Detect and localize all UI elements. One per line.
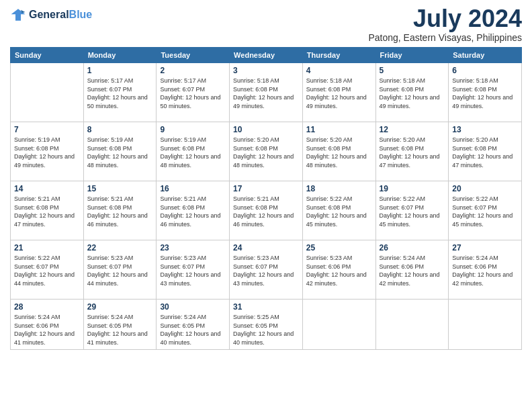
calendar-cell: 16Sunrise: 5:21 AMSunset: 6:08 PMDayligh… — [157, 181, 230, 240]
calendar-cell: 23Sunrise: 5:23 AMSunset: 6:07 PMDayligh… — [157, 240, 230, 300]
calendar-cell: 2Sunrise: 5:17 AMSunset: 6:07 PMDaylight… — [157, 63, 230, 122]
day-number: 31 — [233, 302, 299, 312]
logo: GeneralBlue — [10, 7, 92, 23]
day-number: 8 — [87, 125, 153, 134]
day-number: 5 — [380, 66, 445, 75]
month-title: July 2024 — [368, 7, 522, 31]
day-number: 22 — [87, 243, 153, 253]
day-info: Sunrise: 5:23 AMSunset: 6:06 PMDaylight:… — [306, 254, 372, 287]
day-number: 29 — [87, 302, 153, 312]
header-friday: Friday — [375, 48, 449, 63]
calendar-cell: 19Sunrise: 5:22 AMSunset: 6:07 PMDayligh… — [375, 181, 449, 240]
day-info: Sunrise: 5:21 AMSunset: 6:08 PMDaylight:… — [160, 195, 226, 228]
calendar-cell: 17Sunrise: 5:21 AMSunset: 6:08 PMDayligh… — [230, 181, 303, 240]
day-number: 7 — [14, 125, 80, 134]
day-info: Sunrise: 5:20 AMSunset: 6:08 PMDaylight:… — [452, 136, 518, 169]
calendar-cell — [449, 300, 522, 350]
day-number: 1 — [87, 66, 153, 75]
calendar-cell: 10Sunrise: 5:20 AMSunset: 6:08 PMDayligh… — [230, 122, 303, 181]
day-info: Sunrise: 5:24 AMSunset: 6:06 PMDaylight:… — [14, 313, 80, 347]
calendar-cell: 1Sunrise: 5:17 AMSunset: 6:07 PMDaylight… — [83, 63, 157, 122]
day-number: 25 — [306, 243, 372, 253]
day-info: Sunrise: 5:21 AMSunset: 6:08 PMDaylight:… — [87, 195, 153, 228]
calendar-cell: 29Sunrise: 5:24 AMSunset: 6:05 PMDayligh… — [83, 300, 157, 350]
header-tuesday: Tuesday — [157, 48, 230, 63]
day-info: Sunrise: 5:22 AMSunset: 6:07 PMDaylight:… — [380, 195, 445, 228]
day-info: Sunrise: 5:24 AMSunset: 6:05 PMDaylight:… — [160, 313, 226, 347]
day-info: Sunrise: 5:17 AMSunset: 6:07 PMDaylight:… — [87, 77, 153, 110]
day-info: Sunrise: 5:20 AMSunset: 6:08 PMDaylight:… — [233, 136, 299, 169]
header-sunday: Sunday — [11, 48, 84, 63]
calendar-cell: 15Sunrise: 5:21 AMSunset: 6:08 PMDayligh… — [83, 181, 157, 240]
calendar-cell: 6Sunrise: 5:18 AMSunset: 6:08 PMDaylight… — [449, 63, 522, 122]
day-number: 6 — [452, 66, 518, 75]
day-info: Sunrise: 5:19 AMSunset: 6:08 PMDaylight:… — [87, 136, 153, 169]
week-row-4: 21Sunrise: 5:22 AMSunset: 6:07 PMDayligh… — [11, 240, 522, 300]
day-number: 9 — [160, 125, 226, 134]
day-number: 21 — [14, 243, 80, 253]
calendar-cell: 27Sunrise: 5:24 AMSunset: 6:06 PMDayligh… — [449, 240, 522, 300]
calendar-cell: 22Sunrise: 5:23 AMSunset: 6:07 PMDayligh… — [83, 240, 157, 300]
day-info: Sunrise: 5:25 AMSunset: 6:05 PMDaylight:… — [233, 313, 299, 347]
day-number: 15 — [87, 184, 153, 193]
day-number: 19 — [380, 184, 445, 193]
day-info: Sunrise: 5:17 AMSunset: 6:07 PMDaylight:… — [160, 77, 226, 110]
header-saturday: Saturday — [449, 48, 522, 63]
calendar-cell — [302, 300, 375, 350]
day-info: Sunrise: 5:19 AMSunset: 6:08 PMDaylight:… — [160, 136, 226, 169]
day-info: Sunrise: 5:24 AMSunset: 6:06 PMDaylight:… — [380, 254, 445, 287]
day-info: Sunrise: 5:22 AMSunset: 6:07 PMDaylight:… — [452, 195, 518, 228]
calendar-cell: 21Sunrise: 5:22 AMSunset: 6:07 PMDayligh… — [11, 240, 84, 300]
calendar-cell: 26Sunrise: 5:24 AMSunset: 6:06 PMDayligh… — [375, 240, 449, 300]
day-number: 20 — [452, 184, 518, 193]
calendar-cell: 3Sunrise: 5:18 AMSunset: 6:08 PMDaylight… — [230, 63, 303, 122]
calendar-table: Sunday Monday Tuesday Wednesday Thursday… — [10, 47, 522, 350]
day-number: 28 — [14, 302, 80, 312]
svg-marker-0 — [11, 9, 26, 21]
week-row-3: 14Sunrise: 5:21 AMSunset: 6:08 PMDayligh… — [11, 181, 522, 240]
calendar-cell — [11, 63, 84, 122]
week-row-5: 28Sunrise: 5:24 AMSunset: 6:06 PMDayligh… — [11, 300, 522, 350]
day-info: Sunrise: 5:18 AMSunset: 6:08 PMDaylight:… — [233, 77, 299, 110]
calendar-cell: 12Sunrise: 5:20 AMSunset: 6:08 PMDayligh… — [375, 122, 449, 181]
day-info: Sunrise: 5:23 AMSunset: 6:07 PMDaylight:… — [233, 254, 299, 287]
day-number: 18 — [306, 184, 372, 193]
week-row-1: 1Sunrise: 5:17 AMSunset: 6:07 PMDaylight… — [11, 63, 522, 122]
day-info: Sunrise: 5:22 AMSunset: 6:07 PMDaylight:… — [14, 254, 80, 287]
day-number: 4 — [306, 66, 372, 75]
weekday-header-row: Sunday Monday Tuesday Wednesday Thursday… — [11, 48, 522, 63]
day-number: 12 — [380, 125, 445, 134]
week-row-2: 7Sunrise: 5:19 AMSunset: 6:08 PMDaylight… — [11, 122, 522, 181]
day-info: Sunrise: 5:23 AMSunset: 6:07 PMDaylight:… — [160, 254, 226, 287]
calendar-cell: 7Sunrise: 5:19 AMSunset: 6:08 PMDaylight… — [11, 122, 84, 181]
calendar-cell — [375, 300, 449, 350]
day-number: 23 — [160, 243, 226, 253]
header-monday: Monday — [83, 48, 157, 63]
day-info: Sunrise: 5:18 AMSunset: 6:08 PMDaylight:… — [380, 77, 445, 110]
day-number: 16 — [160, 184, 226, 193]
day-number: 14 — [14, 184, 80, 193]
calendar-cell: 4Sunrise: 5:18 AMSunset: 6:08 PMDaylight… — [302, 63, 375, 122]
day-number: 13 — [452, 125, 518, 134]
logo-text: GeneralBlue — [29, 9, 92, 21]
calendar-cell: 24Sunrise: 5:23 AMSunset: 6:07 PMDayligh… — [230, 240, 303, 300]
calendar-cell: 31Sunrise: 5:25 AMSunset: 6:05 PMDayligh… — [230, 300, 303, 350]
day-number: 17 — [233, 184, 299, 193]
day-number: 24 — [233, 243, 299, 253]
calendar-cell: 8Sunrise: 5:19 AMSunset: 6:08 PMDaylight… — [83, 122, 157, 181]
location: Patong, Eastern Visayas, Philippines — [368, 32, 522, 43]
day-info: Sunrise: 5:21 AMSunset: 6:08 PMDaylight:… — [233, 195, 299, 228]
day-info: Sunrise: 5:20 AMSunset: 6:08 PMDaylight:… — [380, 136, 445, 169]
calendar-cell: 18Sunrise: 5:22 AMSunset: 6:08 PMDayligh… — [302, 181, 375, 240]
calendar-cell: 20Sunrise: 5:22 AMSunset: 6:07 PMDayligh… — [449, 181, 522, 240]
calendar-cell: 9Sunrise: 5:19 AMSunset: 6:08 PMDaylight… — [157, 122, 230, 181]
day-info: Sunrise: 5:20 AMSunset: 6:08 PMDaylight:… — [306, 136, 372, 169]
calendar-cell: 13Sunrise: 5:20 AMSunset: 6:08 PMDayligh… — [449, 122, 522, 181]
day-info: Sunrise: 5:21 AMSunset: 6:08 PMDaylight:… — [14, 195, 80, 228]
calendar-cell: 14Sunrise: 5:21 AMSunset: 6:08 PMDayligh… — [11, 181, 84, 240]
day-info: Sunrise: 5:24 AMSunset: 6:06 PMDaylight:… — [452, 254, 518, 287]
day-number: 30 — [160, 302, 226, 312]
header-thursday: Thursday — [302, 48, 375, 63]
calendar-cell: 30Sunrise: 5:24 AMSunset: 6:05 PMDayligh… — [157, 300, 230, 350]
day-info: Sunrise: 5:24 AMSunset: 6:05 PMDaylight:… — [87, 313, 153, 347]
